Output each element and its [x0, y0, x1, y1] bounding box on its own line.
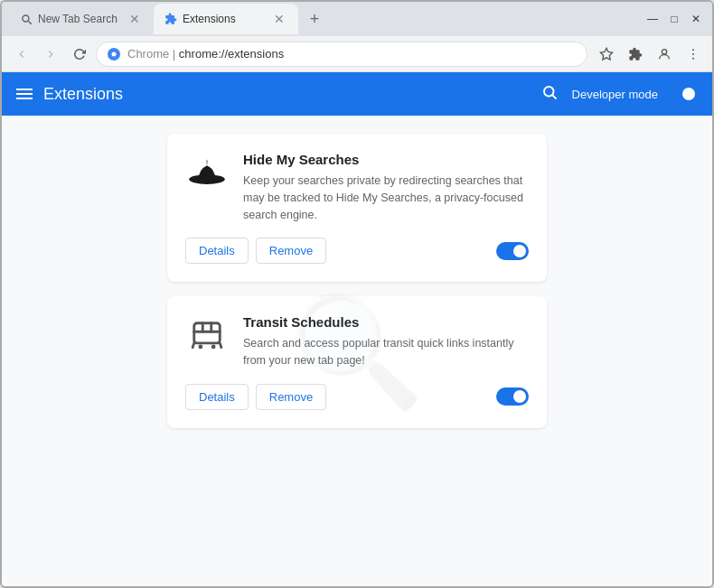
ext-card-bottom-transit-schedules: Details Remove: [185, 384, 529, 410]
transit-schedules-details-button[interactable]: Details: [185, 384, 249, 410]
hide-my-searches-desc: Keep your searches private by redirectin…: [243, 173, 529, 223]
reload-button[interactable]: [67, 42, 92, 67]
transit-schedules-toggle[interactable]: [496, 387, 529, 406]
developer-mode-toggle[interactable]: [665, 85, 698, 103]
ext-card-bottom-hide-my-searches: Details Remove: [185, 238, 529, 264]
developer-mode-section: Developer mode: [541, 84, 698, 104]
search-tab-icon: [20, 13, 33, 25]
hide-my-searches-name: Hide My Searches: [243, 152, 529, 167]
svg-point-4: [662, 49, 666, 53]
transit-schedules-info: Transit Schedules Search and access popu…: [243, 314, 529, 369]
profile-icon[interactable]: [653, 42, 676, 66]
extension-card-hide-my-searches: Hide My Searches Keep your searches priv…: [167, 134, 547, 282]
tab-new-tab-search-label: New Tab Search: [38, 13, 117, 25]
hide-my-searches-remove-button[interactable]: Remove: [256, 238, 326, 264]
extensions-puzzle-icon[interactable]: [624, 42, 647, 66]
extensions-header: Extensions Developer mode: [2, 72, 712, 116]
tab-extensions-close[interactable]: ✕: [271, 11, 287, 27]
address-bar-row: Chrome | chrome://extensions: [2, 36, 712, 72]
svg-point-6: [692, 53, 694, 55]
transit-schedules-toggle-wrap: [496, 387, 529, 406]
ext-card-top-hide-my-searches: Hide My Searches Keep your searches priv…: [185, 152, 529, 223]
svg-point-0: [23, 15, 29, 22]
tab-extensions-label: Extensions: [183, 13, 236, 25]
header-search-icon[interactable]: [541, 84, 558, 104]
hide-my-searches-info: Hide My Searches Keep your searches priv…: [243, 152, 529, 223]
svg-point-8: [544, 87, 554, 97]
address-text: Chrome | chrome://extensions: [127, 47, 576, 61]
svg-rect-11: [194, 323, 221, 343]
menu-icon[interactable]: [681, 42, 705, 66]
back-button[interactable]: [9, 42, 34, 67]
svg-line-1: [29, 22, 32, 24]
minimize-button[interactable]: —: [644, 10, 662, 28]
transit-schedules-icon: [185, 314, 229, 358]
extension-card-transit-schedules: Transit Schedules Search and access popu…: [167, 296, 547, 428]
maximize-button[interactable]: □: [665, 10, 683, 28]
address-bar[interactable]: Chrome | chrome://extensions: [96, 42, 587, 67]
svg-marker-3: [600, 48, 612, 60]
svg-point-2: [112, 51, 117, 56]
svg-point-12: [199, 345, 203, 350]
svg-point-7: [692, 57, 694, 59]
developer-mode-label: Developer mode: [572, 88, 658, 101]
hide-my-searches-toggle[interactable]: [496, 242, 529, 260]
browser-window: New Tab Search ✕ Extensions ✕ + — □ ✕: [0, 0, 714, 588]
hide-my-searches-icon: [185, 152, 229, 195]
puzzle-tab-icon: [164, 13, 177, 25]
tab-new-tab-search[interactable]: New Tab Search ✕: [9, 4, 154, 34]
toolbar-icons: [595, 42, 705, 66]
transit-schedules-name: Transit Schedules: [243, 314, 529, 330]
ext-card-top-transit-schedules: Transit Schedules Search and access popu…: [185, 314, 529, 369]
forward-button[interactable]: [38, 42, 63, 67]
close-button[interactable]: ✕: [687, 10, 705, 28]
extensions-content: 🔍 Hide My Searches Keep your searches pr…: [2, 116, 712, 586]
extensions-title: Extensions: [43, 85, 123, 104]
svg-line-9: [552, 95, 556, 98]
transit-schedules-desc: Search and access popular transit quick …: [243, 335, 529, 369]
window-controls: — □ ✕: [644, 10, 705, 28]
hamburger-menu[interactable]: [16, 89, 33, 99]
transit-schedules-remove-button[interactable]: Remove: [256, 384, 326, 410]
svg-point-5: [692, 49, 694, 51]
svg-point-13: [211, 345, 216, 350]
new-tab-button[interactable]: +: [302, 6, 327, 32]
hide-my-searches-details-button[interactable]: Details: [185, 238, 249, 264]
hide-my-searches-toggle-wrap: [496, 242, 529, 260]
tab-new-tab-search-close[interactable]: ✕: [127, 11, 143, 27]
title-bar: New Tab Search ✕ Extensions ✕ + — □ ✕: [2, 2, 712, 36]
bookmark-icon[interactable]: [595, 42, 618, 66]
chrome-favicon: [108, 48, 120, 61]
tab-extensions[interactable]: Extensions ✕: [154, 4, 298, 34]
